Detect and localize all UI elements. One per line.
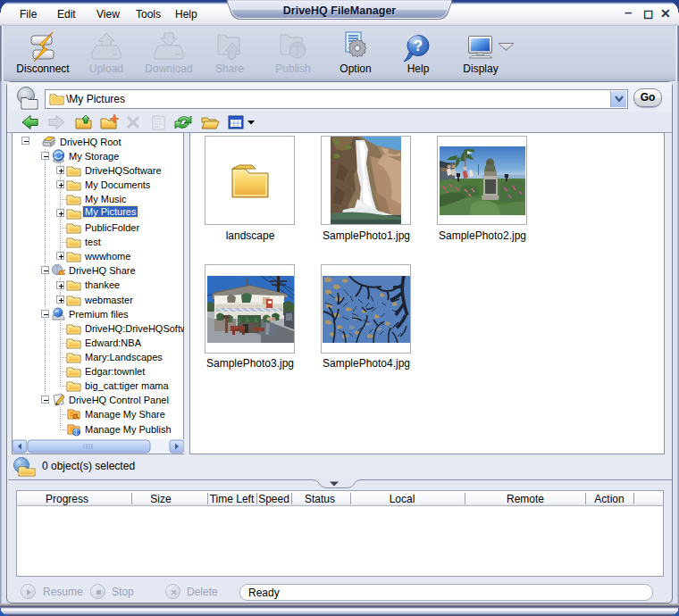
svg-text:?: ? [414, 37, 423, 54]
